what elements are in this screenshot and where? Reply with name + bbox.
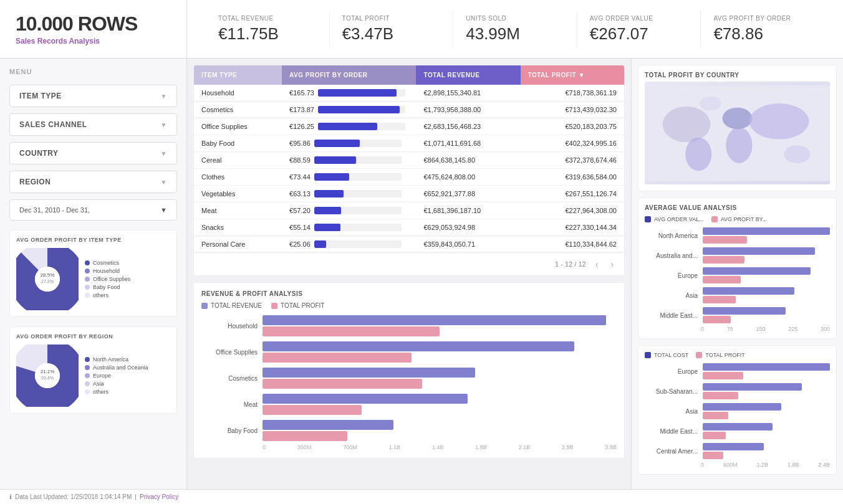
revenue-axis: 0350M700M1.1B1.4B1.8B2.1B2.5B2.8B	[201, 444, 617, 450]
cost-bar-row: Europe	[645, 363, 830, 379]
svg-point-18	[685, 137, 711, 171]
table-row: Snacks €55.14 €629,053,924.98 €227,330,1…	[194, 219, 624, 236]
avg-bar-row: Asia	[645, 287, 830, 303]
avg-bar-row: Middle East...	[645, 307, 830, 323]
svg-point-19	[723, 107, 753, 128]
avg-value-bars: North America Australia and... Europe As…	[645, 227, 830, 323]
svg-point-23	[700, 96, 721, 110]
revenue-bar-row: Meat	[201, 394, 617, 415]
col-header-total-rev[interactable]: TOTAL REVENUE	[416, 65, 520, 85]
filter-item-type[interactable]: ITEM TYPE ▼	[9, 85, 177, 107]
pie-legend-2: North America Australia and Oceania Euro…	[85, 356, 148, 395]
world-map-svg	[645, 83, 830, 183]
stat-item: AVG PROFIT BY ORDER€78.86	[701, 12, 824, 47]
avg-bar-row: Europe	[645, 267, 830, 283]
avg-value-title: AVERAGE VALUE ANALYSIS	[645, 204, 830, 211]
table-row: Clothes €73.44 €475,624,808.00 €319,636,…	[194, 169, 624, 186]
stat-item: UNITS SOLD43.99M	[453, 12, 577, 47]
pagination: 1 - 12 / 12 ‹ ›	[194, 252, 624, 275]
footer-text: Data Last Updated: 1/25/2018 1:04:14 PM	[15, 493, 132, 500]
filter-region[interactable]: REGION ▼	[9, 171, 177, 193]
svg-point-20	[726, 127, 752, 163]
prev-page-button[interactable]: ‹	[592, 258, 602, 270]
revenue-bars: Household Office Supplies Cosmetics Meat	[201, 315, 617, 441]
cost-profit-section: TOTAL COST TOTAL PROFIT Europe Sub-Sahar…	[638, 345, 837, 475]
revenue-bar-row: Office Supplies	[201, 341, 617, 363]
svg-text:20.4%: 20.4%	[41, 376, 54, 380]
next-page-button[interactable]: ›	[607, 258, 617, 270]
avg-bar-row: North America	[645, 227, 830, 244]
sidebar: MENU ITEM TYPE ▼ SALES CHANNEL ▼ COUNTRY…	[0, 59, 187, 489]
table-row: Office Supplies €126.25 €2,683,156,468.2…	[194, 118, 624, 135]
date-range-picker[interactable]: Dec 31, 2010 - Dec 31, ▼	[9, 199, 177, 221]
privacy-policy-link[interactable]: Privacy Policy	[140, 493, 178, 500]
col-header-item-type[interactable]: ITEM TYPE	[194, 65, 282, 85]
svg-point-22	[784, 145, 810, 163]
page-subtitle: Sales Records Analysis	[16, 37, 171, 45]
table-row: Baby Food €95.86 €1,071,411,691.68 €402,…	[194, 135, 624, 152]
right-panel: TOTAL PROFIT BY COUNTRY	[631, 59, 843, 489]
col-header-total-profit[interactable]: TOTAL PROFIT ▼	[521, 65, 624, 85]
table-row: Vegetables €63.13 €652,921,377.88 €267,5…	[194, 186, 624, 202]
chevron-down-icon: ▼	[161, 121, 167, 128]
stat-item: TOTAL REVENUE€11.75B	[206, 12, 330, 47]
main-content-area: ITEM TYPE AVG PROFIT BY ORDER TOTAL REVE…	[187, 59, 631, 489]
avg-value-section: AVERAGE VALUE ANALYSIS AVG ORDER VAL... …	[638, 197, 837, 339]
pie-legend-1: Cosmetics Household Office Supplies Baby…	[85, 260, 130, 298]
cost-profit-bars: Europe Sub-Saharan... Asia Middle East..…	[645, 363, 830, 459]
revenue-bar-row: Baby Food	[201, 420, 617, 441]
avg-value-legend: AVG ORDER VAL... AVG PROFIT BY...	[645, 216, 830, 222]
footer: ℹ Data Last Updated: 1/25/2018 1:04:14 P…	[0, 489, 843, 504]
revenue-chart-title: REVENUE & PROFIT ANALYSIS	[201, 290, 617, 297]
table-row: Cosmetics €173.87 €1,793,958,388.00 €713…	[194, 102, 624, 118]
stats-bar: TOTAL REVENUE€11.75BTOTAL PROFIT€3.47BUN…	[187, 0, 843, 58]
revenue-chart-legend: TOTAL REVENUE TOTAL PROFIT	[201, 302, 617, 309]
stat-item: TOTAL PROFIT€3.47B	[330, 12, 454, 47]
cost-bar-row: Sub-Saharan...	[645, 383, 830, 399]
table-row: Household €165.73 €2,898,155,340.81 €718…	[194, 85, 624, 102]
revenue-bar-row: Household	[201, 315, 617, 336]
chevron-down-icon: ▼	[160, 206, 167, 214]
world-map	[645, 82, 830, 184]
cost-bar-row: Central Amer...	[645, 443, 830, 459]
map-section: TOTAL PROFIT BY COUNTRY	[638, 65, 837, 191]
svg-text:28.5%: 28.5%	[41, 272, 55, 278]
svg-text:21.1%: 21.1%	[41, 369, 55, 374]
col-header-avg-profit[interactable]: AVG PROFIT BY ORDER	[282, 65, 416, 85]
pie-chart-region: AVG ORDER PROFIT BY REGION 21.1% 20.4% N…	[9, 326, 177, 414]
revenue-bar-row: Cosmetics	[201, 368, 617, 389]
data-table-section: ITEM TYPE AVG PROFIT BY ORDER TOTAL REVE…	[193, 65, 625, 276]
chevron-down-icon: ▼	[161, 150, 167, 157]
filter-country[interactable]: COUNTRY ▼	[9, 142, 177, 164]
cost-profit-legend: TOTAL COST TOTAL PROFIT	[645, 352, 830, 358]
menu-label: MENU	[9, 68, 177, 75]
chevron-down-icon: ▼	[161, 179, 167, 186]
chevron-down-icon: ▼	[161, 93, 167, 100]
cost-bar-row: Middle East...	[645, 423, 830, 439]
table-row: Meat €57.20 €1,681,396,187.10 €227,964,3…	[194, 202, 624, 219]
pie-chart-svg-1: 28.5% 27.2%	[16, 248, 79, 310]
table-row: Cereal €88.59 €864,638,145.80 €372,378,6…	[194, 152, 624, 169]
pie-chart-item-type: AVG ORDER PROFIT BY ITEM TYPE 28.5% 27.2…	[9, 230, 177, 317]
stat-item: AVG ORDER VALUE€267.07	[577, 12, 701, 47]
info-icon: ℹ	[9, 493, 12, 500]
svg-point-17	[663, 106, 711, 141]
filter-sales-channel[interactable]: SALES CHANNEL ▼	[9, 113, 177, 136]
svg-point-21	[749, 103, 809, 139]
main-table: ITEM TYPE AVG PROFIT BY ORDER TOTAL REVE…	[194, 65, 624, 252]
table-row: Personal Care €25.06 €359,843,050.71 €11…	[194, 236, 624, 253]
pie-chart-svg-2: 21.1% 20.4%	[16, 345, 79, 407]
cost-bar-row: Asia	[645, 403, 830, 419]
map-title: TOTAL PROFIT BY COUNTRY	[645, 72, 830, 78]
svg-text:27.2%: 27.2%	[41, 279, 54, 283]
revenue-chart-section: REVENUE & PROFIT ANALYSIS TOTAL REVENUE …	[193, 282, 625, 459]
page-title: 10.000 ROWS	[16, 12, 171, 36]
avg-bar-row: Australia and...	[645, 247, 830, 264]
pagination-info: 1 - 12 / 12	[555, 260, 586, 268]
